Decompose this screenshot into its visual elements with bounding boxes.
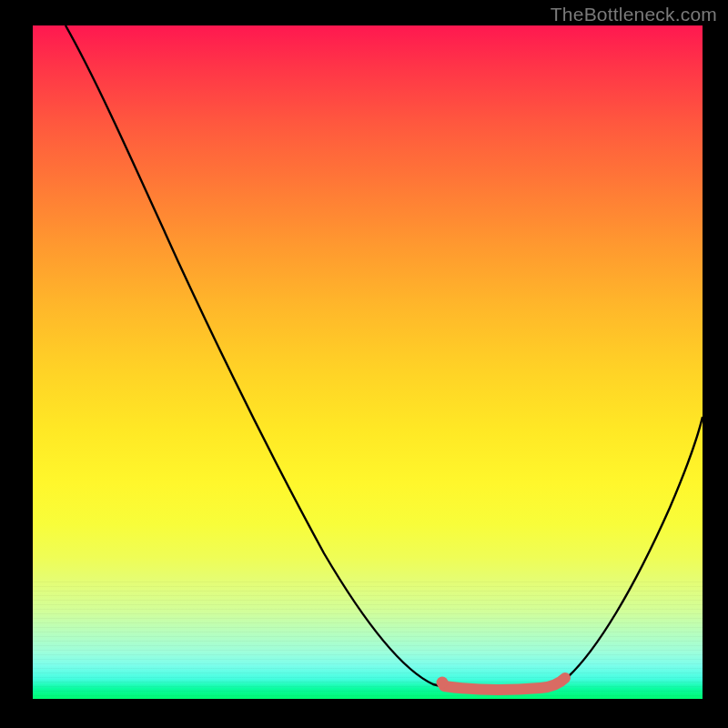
plot-area — [33, 25, 703, 699]
bottleneck-curve — [66, 25, 703, 689]
watermark-text: TheBottleneck.com — [551, 4, 717, 25]
start-dot — [437, 677, 449, 689]
highlight-segment — [444, 678, 565, 690]
curve-svg — [33, 25, 703, 699]
curve-group — [66, 25, 703, 690]
